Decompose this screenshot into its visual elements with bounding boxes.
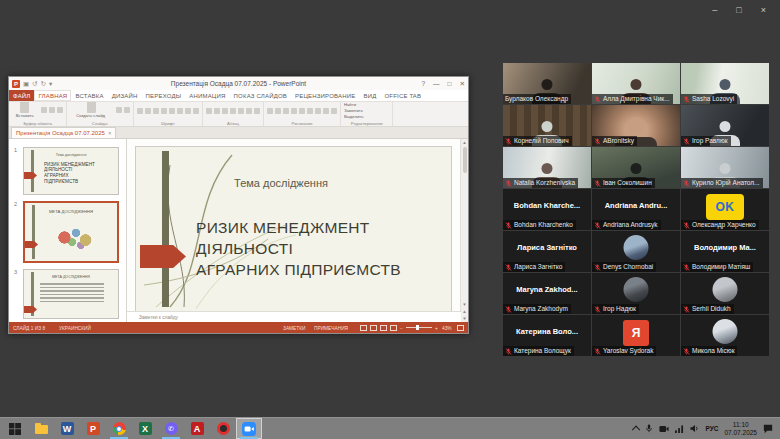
- ribbon-tab[interactable]: ФАЙЛ: [9, 90, 34, 101]
- slide-sorter-icon[interactable]: [370, 325, 377, 331]
- viber-icon[interactable]: ✆: [158, 418, 184, 439]
- ribbon-button[interactable]: [275, 108, 281, 114]
- scrollbar-thumb[interactable]: [463, 147, 467, 173]
- minimize-icon[interactable]: –: [712, 5, 717, 15]
- participant-tile[interactable]: Bohdan Kharche...Bohdan Kharchenko: [503, 189, 591, 230]
- slide-canvas[interactable]: Тема дослідження РИЗИК МЕНЕДЖМЕНТ ДІЯЛЬН…: [135, 146, 452, 312]
- ribbon-tab[interactable]: ВСТАВКА: [71, 90, 107, 101]
- participant-tile[interactable]: Natalia Korzhenivska: [503, 147, 591, 188]
- ribbon-button[interactable]: [49, 107, 55, 113]
- participant-tile[interactable]: Курило Юрій Анатол...: [681, 147, 769, 188]
- zoom-out-icon[interactable]: −: [400, 325, 403, 330]
- participant-tile[interactable]: Володимир Ма...Володимир Матіяш: [681, 231, 769, 272]
- participant-tile[interactable]: ABronitsky: [592, 105, 680, 146]
- language-indicator[interactable]: РУС: [705, 425, 718, 432]
- ribbon-button[interactable]: [185, 108, 191, 114]
- participant-tile[interactable]: Andriana Andru...Andriana Andrusyk: [592, 189, 680, 230]
- slide-thumbnail-3[interactable]: МЕТА ДОСЛІДЖЕННЯ: [23, 269, 119, 319]
- participant-tile[interactable]: Корнелій Попович: [503, 105, 591, 146]
- hidden-icons-chevron[interactable]: [632, 425, 640, 433]
- zoom-icon[interactable]: [236, 418, 262, 439]
- participant-tile[interactable]: Алла Дмитрівна Чик...: [592, 63, 680, 104]
- scroll-up-icon[interactable]: ▲: [462, 140, 466, 145]
- redo-icon[interactable]: ↻: [41, 80, 46, 88]
- ribbon-button[interactable]: Выделить: [344, 115, 376, 119]
- participant-tile[interactable]: Sasha Lozovyi: [681, 63, 769, 104]
- ribbon-button[interactable]: [246, 108, 252, 114]
- ribbon-button[interactable]: [283, 108, 289, 114]
- ribbon-button[interactable]: [145, 108, 151, 114]
- participant-tile[interactable]: Denys Chornobai: [592, 231, 680, 272]
- ribbon-button[interactable]: [153, 108, 159, 114]
- normal-view-icon[interactable]: [360, 325, 367, 331]
- participant-tile[interactable]: Ігор Равлюк: [681, 105, 769, 146]
- file-explorer-icon[interactable]: [28, 418, 54, 439]
- opera-icon[interactable]: [210, 418, 236, 439]
- ribbon-button[interactable]: [116, 107, 122, 113]
- ribbon-button[interactable]: [230, 108, 236, 114]
- participant-tile[interactable]: Іван Соколишин: [592, 147, 680, 188]
- participant-tile[interactable]: OKОлександр Харченко: [681, 189, 769, 230]
- ribbon-button[interactable]: [214, 108, 220, 114]
- volume-tray-icon[interactable]: [690, 424, 699, 433]
- slide-thumbnail-2-selected[interactable]: МЕТА ДОСЛІДЖЕННЯ: [23, 201, 119, 263]
- acrobat-icon[interactable]: A: [184, 418, 210, 439]
- ribbon-button[interactable]: [307, 108, 313, 114]
- slide-title[interactable]: РИЗИК МЕНЕДЖМЕНТ ДІЯЛЬНОСТІ АГРАРНИХ ПІД…: [196, 217, 401, 280]
- ppt-close-icon[interactable]: ✕: [460, 80, 465, 88]
- ribbon-button[interactable]: [291, 108, 297, 114]
- participant-tile[interactable]: Serhii Didukh: [681, 273, 769, 314]
- notes-pane[interactable]: Заметки к слайду: [127, 311, 461, 322]
- ribbon-primary-button[interactable]: Создать слайд: [70, 102, 111, 119]
- network-tray-icon[interactable]: [675, 425, 684, 433]
- ribbon-button[interactable]: [238, 108, 244, 114]
- participant-tile[interactable]: Бурлаков Олександр: [503, 63, 591, 104]
- start-button[interactable]: [2, 418, 28, 439]
- ribbon-button[interactable]: [206, 108, 212, 114]
- ribbon-tab[interactable]: РЕЦЕНЗИРОВАНИЕ: [291, 90, 360, 101]
- help-icon[interactable]: ?: [421, 80, 425, 88]
- ribbon-button[interactable]: [331, 108, 337, 114]
- save-icon[interactable]: ▣: [23, 80, 29, 88]
- powerpoint-titlebar[interactable]: P ▣ ↺ ↻ ▾ Презентація Осадца 07.07.2025 …: [9, 77, 468, 90]
- scroll-down-icon[interactable]: ▼: [462, 302, 466, 307]
- ribbon-tab[interactable]: ПЕРЕХОДЫ: [142, 90, 186, 101]
- notes-toggle[interactable]: ЗАМЕТКИ: [283, 325, 305, 330]
- ppt-maximize-icon[interactable]: □: [448, 80, 452, 88]
- ribbon-tab[interactable]: ГЛАВНАЯ: [34, 90, 71, 101]
- slideshow-icon[interactable]: [390, 325, 397, 331]
- ribbon-button[interactable]: [41, 107, 47, 113]
- ribbon-tab[interactable]: ВИД: [360, 90, 381, 101]
- excel-icon[interactable]: X: [132, 418, 158, 439]
- close-icon[interactable]: ×: [761, 5, 766, 15]
- ribbon-button[interactable]: [57, 107, 63, 113]
- participant-tile[interactable]: ЯYaroslav Sydorak: [592, 315, 680, 356]
- slide-thumbnail-1[interactable]: Тема дослідження РИЗИК МЕНЕДЖМЕНТ ДІЯЛЬН…: [23, 147, 119, 195]
- ribbon-button[interactable]: [315, 108, 321, 114]
- ribbon-primary-button[interactable]: Вставить: [12, 102, 37, 119]
- camera-tray-icon[interactable]: [659, 425, 669, 433]
- comments-toggle[interactable]: ПРИМЕЧАНИЯ: [314, 325, 348, 330]
- ribbon-button[interactable]: [222, 108, 228, 114]
- fit-slide-icon[interactable]: [457, 325, 464, 331]
- ribbon-button[interactable]: [137, 108, 143, 114]
- ribbon-button[interactable]: [177, 108, 183, 114]
- zoom-slider[interactable]: [406, 327, 432, 328]
- slide-subtitle[interactable]: Тема дослідження: [206, 177, 356, 189]
- notification-center-icon[interactable]: [763, 424, 773, 434]
- previous-slide-icon[interactable]: ▲: [462, 309, 466, 314]
- ribbon-tab[interactable]: OFFICE TAB: [380, 90, 425, 101]
- ribbon-button[interactable]: [267, 108, 273, 114]
- clock[interactable]: 11:10 07.07.2025: [724, 421, 757, 436]
- powerpoint-icon[interactable]: P: [80, 418, 106, 439]
- ribbon-tab[interactable]: ДИЗАЙН: [108, 90, 142, 101]
- ppt-minimize-icon[interactable]: —: [433, 80, 440, 88]
- zoom-level[interactable]: 43%: [442, 325, 452, 330]
- chrome-icon[interactable]: [106, 418, 132, 439]
- undo-icon[interactable]: ↺: [32, 80, 37, 88]
- participant-tile[interactable]: Катерина Воло...Катерина Волощук: [503, 315, 591, 356]
- ribbon-button[interactable]: [161, 108, 167, 114]
- ribbon-button[interactable]: [124, 107, 130, 113]
- maximize-icon[interactable]: □: [736, 5, 741, 15]
- zoom-in-icon[interactable]: +: [435, 325, 438, 330]
